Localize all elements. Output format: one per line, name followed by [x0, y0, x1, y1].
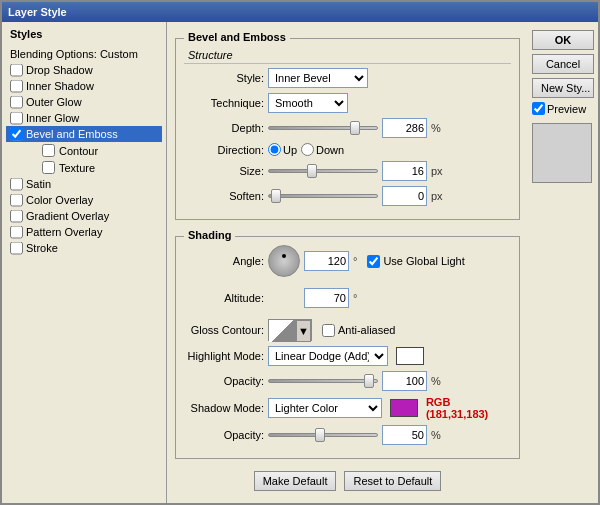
highlight-opacity-input[interactable]: [382, 371, 427, 391]
angle-unit: °: [353, 255, 357, 267]
sidebar-item-pattern-overlay[interactable]: Pattern Overlay: [6, 224, 162, 240]
inner-glow-checkbox[interactable]: [10, 112, 23, 125]
bevel-emboss-title: Bevel and Emboss: [184, 31, 290, 43]
technique-label: Technique:: [184, 97, 264, 109]
soften-input[interactable]: [382, 186, 427, 206]
main-panel: Bevel and Emboss Structure Style: Inner …: [167, 22, 528, 503]
layer-style-window: Layer Style Styles Blending Options: Cus…: [0, 0, 600, 505]
soften-slider[interactable]: [268, 194, 378, 198]
soften-row: Soften: px: [184, 186, 511, 206]
size-unit: px: [431, 165, 443, 177]
shadow-rgb-text: RGB (181,31,183): [426, 396, 511, 420]
angle-input[interactable]: [304, 251, 349, 271]
sidebar-sub-texture[interactable]: Texture: [6, 159, 162, 176]
depth-unit: %: [431, 122, 441, 134]
sidebar: Styles Blending Options: Custom Drop Sha…: [2, 22, 167, 503]
sidebar-title: Styles: [6, 26, 162, 42]
technique-row: Technique: Smooth Chisel Hard Chisel Sof…: [184, 93, 511, 113]
right-panel: OK Cancel New Sty... Preview: [528, 22, 598, 503]
pattern-overlay-checkbox[interactable]: [10, 226, 23, 239]
anti-aliased-label[interactable]: Anti-aliased: [322, 324, 395, 337]
direction-label: Direction:: [184, 144, 264, 156]
shadow-opacity-unit: %: [431, 429, 441, 441]
reset-to-default-button[interactable]: Reset to Default: [344, 471, 441, 491]
preview-label[interactable]: Preview: [532, 102, 594, 115]
satin-checkbox[interactable]: [10, 178, 23, 191]
highlight-opacity-row: Opacity: %: [184, 371, 511, 391]
cancel-button[interactable]: Cancel: [532, 54, 594, 74]
depth-slider[interactable]: [268, 126, 378, 130]
make-default-button[interactable]: Make Default: [254, 471, 337, 491]
depth-row: Depth: %: [184, 118, 511, 138]
direction-down-radio[interactable]: [301, 143, 314, 156]
highlight-opacity-label: Opacity:: [184, 375, 264, 387]
size-slider[interactable]: [268, 169, 378, 173]
shadow-opacity-row: Opacity: %: [184, 425, 511, 445]
shadow-mode-select[interactable]: Lighter Color Normal Multiply Screen Dar…: [268, 398, 382, 418]
shadow-mode-label: Shadow Mode:: [184, 402, 264, 414]
outer-glow-checkbox[interactable]: [10, 96, 23, 109]
highlight-opacity-unit: %: [431, 375, 441, 387]
sidebar-item-gradient-overlay[interactable]: Gradient Overlay: [6, 208, 162, 224]
soften-unit: px: [431, 190, 443, 202]
sidebar-item-color-overlay[interactable]: Color Overlay: [6, 192, 162, 208]
use-global-light-checkbox[interactable]: [367, 255, 380, 268]
highlight-mode-label: Highlight Mode:: [184, 350, 264, 362]
gloss-contour-dropdown[interactable]: ▼: [297, 320, 311, 342]
structure-label: Structure: [188, 49, 233, 61]
direction-down-label[interactable]: Down: [301, 143, 344, 156]
title-bar: Layer Style: [2, 2, 598, 22]
altitude-unit: °: [353, 292, 357, 304]
shadow-opacity-label: Opacity:: [184, 429, 264, 441]
depth-label: Depth:: [184, 122, 264, 134]
angle-row: Angle: ° Use Global Light: [184, 245, 511, 277]
drop-shadow-checkbox[interactable]: [10, 64, 23, 77]
altitude-input[interactable]: [304, 288, 349, 308]
bevel-emboss-checkbox[interactable]: [10, 128, 23, 141]
inner-shadow-checkbox[interactable]: [10, 80, 23, 93]
gloss-contour-label: Gloss Contour:: [184, 324, 264, 336]
sidebar-item-stroke[interactable]: Stroke: [6, 240, 162, 256]
gradient-overlay-checkbox[interactable]: [10, 210, 23, 223]
sidebar-item-outer-glow[interactable]: Outer Glow: [6, 94, 162, 110]
shadow-color-swatch[interactable]: [390, 399, 418, 417]
highlight-color-swatch[interactable]: [396, 347, 424, 365]
shading-panel: Shading Angle: ° Use Global Light: [175, 236, 520, 459]
sidebar-item-bevel-emboss[interactable]: Bevel and Emboss: [6, 126, 162, 142]
highlight-opacity-slider[interactable]: [268, 379, 378, 383]
shading-title: Shading: [184, 229, 235, 241]
color-overlay-checkbox[interactable]: [10, 194, 23, 207]
shadow-mode-row: Shadow Mode: Lighter Color Normal Multip…: [184, 396, 511, 420]
angle-circle[interactable]: [268, 245, 300, 277]
sidebar-item-satin[interactable]: Satin: [6, 176, 162, 192]
new-style-button[interactable]: New Sty...: [532, 78, 594, 98]
gloss-contour-preview: [269, 320, 297, 342]
bevel-emboss-panel: Bevel and Emboss Structure Style: Inner …: [175, 38, 520, 220]
direction-up-radio[interactable]: [268, 143, 281, 156]
highlight-mode-select[interactable]: Linear Dodge (Add) Normal Screen Overlay: [268, 346, 388, 366]
use-global-light-label[interactable]: Use Global Light: [367, 255, 464, 268]
size-label: Size:: [184, 165, 264, 177]
sidebar-item-inner-shadow[interactable]: Inner Shadow: [6, 78, 162, 94]
sidebar-item-inner-glow[interactable]: Inner Glow: [6, 110, 162, 126]
depth-input[interactable]: [382, 118, 427, 138]
blending-options[interactable]: Blending Options: Custom: [6, 46, 162, 62]
shadow-opacity-slider[interactable]: [268, 433, 378, 437]
style-label: Style:: [184, 72, 264, 84]
technique-select[interactable]: Smooth Chisel Hard Chisel Soft: [268, 93, 348, 113]
sidebar-sub-contour[interactable]: Contour: [6, 142, 162, 159]
preview-checkbox[interactable]: [532, 102, 545, 115]
altitude-label: Altitude:: [184, 292, 264, 304]
contour-checkbox[interactable]: [42, 144, 55, 157]
ok-button[interactable]: OK: [532, 30, 594, 50]
texture-checkbox[interactable]: [42, 161, 55, 174]
direction-up-label[interactable]: Up: [268, 143, 297, 156]
shadow-opacity-input[interactable]: [382, 425, 427, 445]
anti-aliased-checkbox[interactable]: [322, 324, 335, 337]
gloss-contour-control[interactable]: ▼: [268, 319, 312, 341]
stroke-checkbox[interactable]: [10, 242, 23, 255]
sidebar-item-drop-shadow[interactable]: Drop Shadow: [6, 62, 162, 78]
gloss-contour-row: Gloss Contour: ▼ Anti-aliased: [184, 319, 511, 341]
size-input[interactable]: [382, 161, 427, 181]
style-select[interactable]: Inner Bevel Outer Bevel Emboss Pillow Em…: [268, 68, 368, 88]
